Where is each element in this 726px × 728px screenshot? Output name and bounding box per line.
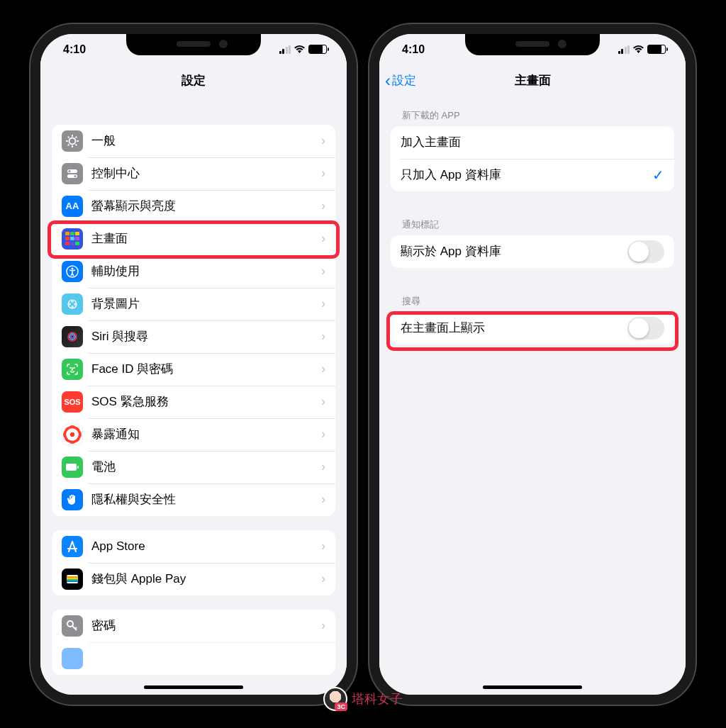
settings-row-privacy[interactable]: 隱私權與安全性 › bbox=[52, 483, 335, 516]
cellular-signal-icon bbox=[279, 45, 291, 54]
screen-left: 4:10 設定 一般 › 控制中心 bbox=[40, 34, 347, 695]
gear-icon bbox=[62, 130, 83, 152]
svg-point-3 bbox=[69, 170, 71, 172]
settings-row-passwords[interactable]: 密碼 › bbox=[52, 610, 335, 642]
battery-icon bbox=[308, 45, 327, 54]
nav-bar: ‹ 設定 主畫面 bbox=[379, 65, 686, 96]
svg-rect-22 bbox=[67, 579, 78, 581]
svg-point-13 bbox=[69, 334, 75, 340]
settings-row-sos[interactable]: SOS SOS 緊急服務 › bbox=[52, 386, 335, 418]
toggles-icon bbox=[62, 163, 83, 184]
option-add-to-home[interactable]: 加入主畫面 bbox=[391, 126, 674, 159]
appstore-icon bbox=[62, 536, 83, 557]
option-show-on-home-screen[interactable]: 在主畫面上顯示 bbox=[391, 312, 674, 345]
chevron-right-icon: › bbox=[321, 492, 325, 507]
svg-point-9 bbox=[74, 303, 77, 306]
svg-point-10 bbox=[71, 306, 74, 308]
chevron-right-icon: › bbox=[321, 264, 325, 279]
exposure-icon bbox=[62, 424, 83, 445]
watermark: 塔科女子 bbox=[323, 687, 403, 711]
chevron-right-icon: › bbox=[321, 166, 325, 181]
nav-bar: 設定 bbox=[40, 65, 347, 96]
chevron-right-icon: › bbox=[321, 231, 325, 246]
home-screen-icon bbox=[62, 228, 83, 250]
app-icon bbox=[62, 648, 83, 669]
text-size-icon: AA bbox=[62, 196, 83, 217]
cell-label: 背景圖片 bbox=[91, 296, 321, 312]
settings-row-battery[interactable]: 電池 › bbox=[52, 451, 335, 483]
back-button[interactable]: ‹ 設定 bbox=[385, 71, 416, 91]
cell-label: 只加入 App 資料庫 bbox=[401, 167, 652, 183]
settings-row-exposure[interactable]: 暴露通知 › bbox=[52, 418, 335, 451]
watermark-avatar-icon bbox=[323, 687, 347, 711]
page-title: 設定 bbox=[182, 72, 206, 89]
chevron-right-icon: › bbox=[321, 459, 325, 474]
cell-label: 加入主畫面 bbox=[401, 134, 664, 150]
cell-label: Face ID 與密碼 bbox=[91, 361, 321, 377]
status-time: 4:10 bbox=[63, 43, 86, 56]
phone-left: 4:10 設定 一般 › 控制中心 bbox=[30, 24, 357, 705]
phone-right: 4:10 ‹ 設定 主畫面 新下載的 APP 加入主畫面 bbox=[369, 24, 696, 705]
svg-point-4 bbox=[74, 175, 77, 177]
cell-label: 電池 bbox=[91, 459, 321, 475]
svg-point-24 bbox=[67, 621, 73, 627]
chevron-right-icon: › bbox=[321, 296, 325, 311]
chevron-right-icon: › bbox=[321, 618, 325, 633]
svg-rect-20 bbox=[67, 576, 78, 578]
settings-row-control-center[interactable]: 控制中心 › bbox=[52, 157, 335, 190]
back-label: 設定 bbox=[392, 72, 416, 89]
settings-list[interactable]: 一般 › 控制中心 › AA 螢幕顯示與亮度 › 主畫面 › bbox=[40, 96, 347, 695]
chevron-right-icon: › bbox=[321, 198, 325, 213]
search-group: 在主畫面上顯示 bbox=[391, 312, 674, 345]
settings-row-appstore[interactable]: App Store › bbox=[52, 530, 335, 563]
settings-row-wallpaper[interactable]: 背景圖片 › bbox=[52, 288, 335, 320]
chevron-right-icon: › bbox=[321, 539, 325, 554]
home-indicator[interactable] bbox=[144, 685, 243, 689]
svg-rect-23 bbox=[67, 581, 78, 582]
status-indicators bbox=[279, 45, 328, 54]
settings-group-1: 一般 › 控制中心 › AA 螢幕顯示與亮度 › 主畫面 › bbox=[52, 125, 335, 516]
notch bbox=[126, 34, 261, 55]
option-app-library-only[interactable]: 只加入 App 資料庫 ✓ bbox=[391, 159, 674, 191]
svg-point-11 bbox=[68, 303, 71, 306]
settings-row-siri[interactable]: Siri 與搜尋 › bbox=[52, 320, 335, 353]
toggle-switch[interactable] bbox=[627, 240, 664, 263]
settings-row-general[interactable]: 一般 › bbox=[52, 125, 335, 157]
wifi-icon bbox=[294, 45, 306, 54]
sos-icon: SOS bbox=[62, 391, 83, 413]
hand-icon bbox=[62, 489, 83, 510]
status-time: 4:10 bbox=[402, 43, 425, 56]
home-screen-settings[interactable]: 新下載的 APP 加入主畫面 只加入 App 資料庫 ✓ 通知標記 顯示於 Ap… bbox=[379, 96, 686, 695]
accessibility-icon bbox=[62, 261, 83, 282]
cell-label: 密碼 bbox=[91, 617, 321, 634]
section-header-new-apps: 新下載的 APP bbox=[379, 96, 686, 126]
home-indicator[interactable] bbox=[483, 685, 582, 689]
toggle-switch[interactable] bbox=[627, 317, 664, 340]
key-icon bbox=[62, 615, 83, 637]
wallet-icon bbox=[62, 569, 83, 590]
settings-row-faceid[interactable]: Face ID 與密碼 › bbox=[52, 353, 335, 386]
cell-label: SOS 緊急服務 bbox=[91, 393, 321, 410]
option-show-in-app-library[interactable]: 顯示於 App 資料庫 bbox=[391, 235, 674, 268]
page-title: 主畫面 bbox=[515, 72, 551, 89]
faceid-icon bbox=[62, 359, 83, 380]
svg-point-16 bbox=[74, 367, 74, 368]
cell-label: App Store bbox=[91, 539, 321, 554]
siri-icon bbox=[62, 326, 83, 347]
cell-label: 一般 bbox=[91, 133, 321, 149]
settings-row-home-screen[interactable]: 主畫面 › bbox=[52, 223, 335, 255]
settings-row-display[interactable]: AA 螢幕顯示與亮度 › bbox=[52, 190, 335, 223]
cell-label: 暴露通知 bbox=[91, 426, 321, 442]
cell-label: 輔助使用 bbox=[91, 263, 321, 279]
settings-row-accessibility[interactable]: 輔助使用 › bbox=[52, 255, 335, 288]
settings-row-partial[interactable] bbox=[52, 642, 335, 675]
svg-point-0 bbox=[69, 138, 76, 144]
cell-label: 主畫面 bbox=[91, 230, 321, 247]
chevron-right-icon: › bbox=[321, 394, 325, 409]
chevron-left-icon: ‹ bbox=[385, 71, 391, 91]
cellular-signal-icon bbox=[618, 45, 630, 54]
chevron-right-icon: › bbox=[321, 329, 325, 344]
settings-row-wallet[interactable]: 錢包與 Apple Pay › bbox=[52, 563, 335, 595]
notch bbox=[465, 34, 600, 55]
cell-label: 控制中心 bbox=[91, 165, 321, 181]
